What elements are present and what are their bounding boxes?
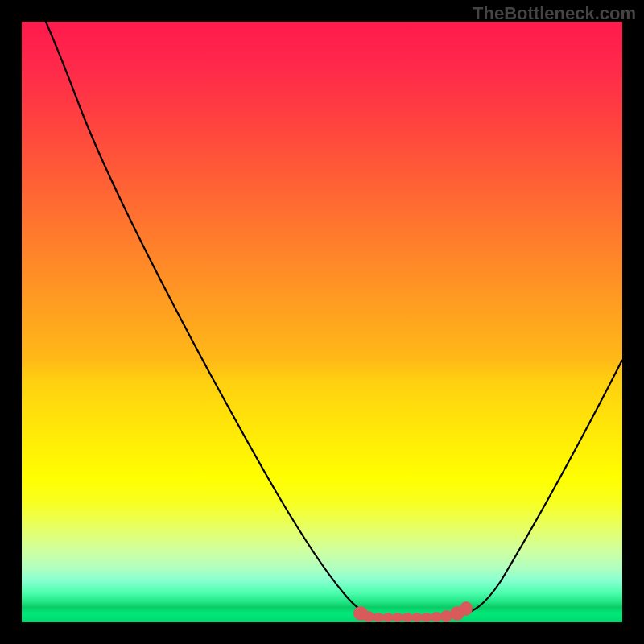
watermark: TheBottleneck.com: [473, 3, 636, 24]
curve-line: [22, 22, 622, 622]
marker-dot: [460, 601, 473, 616]
chart-plot-area: [22, 22, 622, 622]
